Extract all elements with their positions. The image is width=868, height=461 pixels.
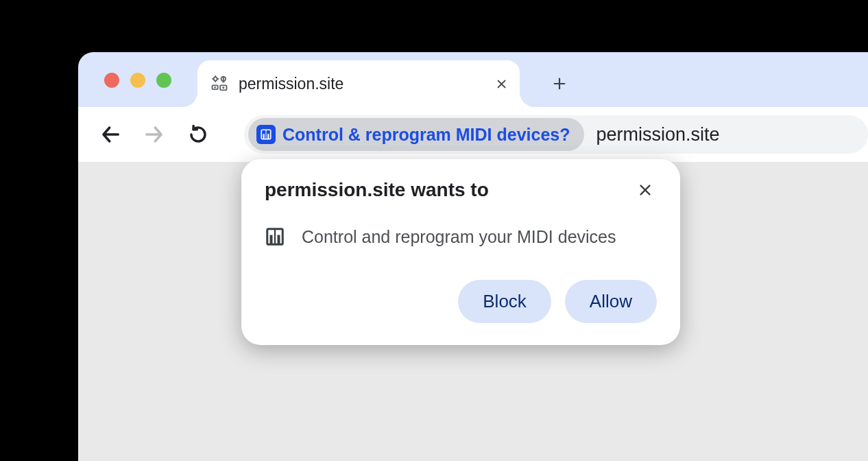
address-bar[interactable]: Control & reprogram MIDI devices? permis… bbox=[244, 115, 868, 154]
url-text: permission.site bbox=[596, 124, 720, 145]
dialog-description: Control and reprogram your MIDI devices bbox=[302, 227, 616, 247]
svg-point-11 bbox=[222, 86, 224, 88]
svg-rect-14 bbox=[267, 134, 269, 139]
svg-rect-13 bbox=[263, 134, 265, 139]
dialog-close-button[interactable] bbox=[634, 178, 657, 202]
window-maximize-button[interactable] bbox=[156, 73, 171, 88]
svg-point-0 bbox=[214, 77, 217, 80]
dialog-body: Control and reprogram your MIDI devices bbox=[265, 226, 657, 247]
tab-title: permission.site bbox=[239, 75, 483, 93]
svg-point-7 bbox=[222, 81, 224, 83]
permission-dialog: permission.site wants to Control and rep… bbox=[241, 159, 680, 345]
tab-close-button[interactable] bbox=[492, 75, 510, 93]
permission-chip-text: Control & reprogram MIDI devices? bbox=[282, 125, 570, 145]
reload-button[interactable] bbox=[184, 120, 213, 149]
back-button[interactable] bbox=[96, 120, 125, 149]
tab-favicon-icon bbox=[210, 74, 229, 93]
midi-icon bbox=[265, 226, 285, 247]
nav-group bbox=[96, 120, 213, 149]
svg-point-9 bbox=[214, 86, 216, 88]
svg-rect-17 bbox=[270, 235, 273, 245]
forward-button[interactable] bbox=[140, 120, 169, 149]
toolbar: Control & reprogram MIDI devices? permis… bbox=[78, 107, 868, 162]
permission-chip[interactable]: Control & reprogram MIDI devices? bbox=[248, 118, 584, 151]
browser-window: permission.site Cont bbox=[78, 52, 868, 461]
dialog-header: permission.site wants to bbox=[265, 178, 657, 202]
block-button[interactable]: Block bbox=[458, 280, 551, 323]
window-controls bbox=[104, 73, 171, 88]
tab-strip: permission.site bbox=[197, 60, 573, 107]
new-tab-button[interactable] bbox=[546, 70, 573, 97]
dialog-title: permission.site wants to bbox=[265, 179, 489, 201]
allow-button[interactable]: Allow bbox=[565, 280, 657, 323]
dialog-actions: Block Allow bbox=[265, 280, 657, 323]
browser-tab[interactable]: permission.site bbox=[197, 60, 520, 107]
svg-rect-18 bbox=[278, 235, 280, 245]
midi-chip-icon bbox=[256, 125, 276, 144]
window-close-button[interactable] bbox=[104, 73, 119, 88]
window-minimize-button[interactable] bbox=[130, 73, 145, 88]
